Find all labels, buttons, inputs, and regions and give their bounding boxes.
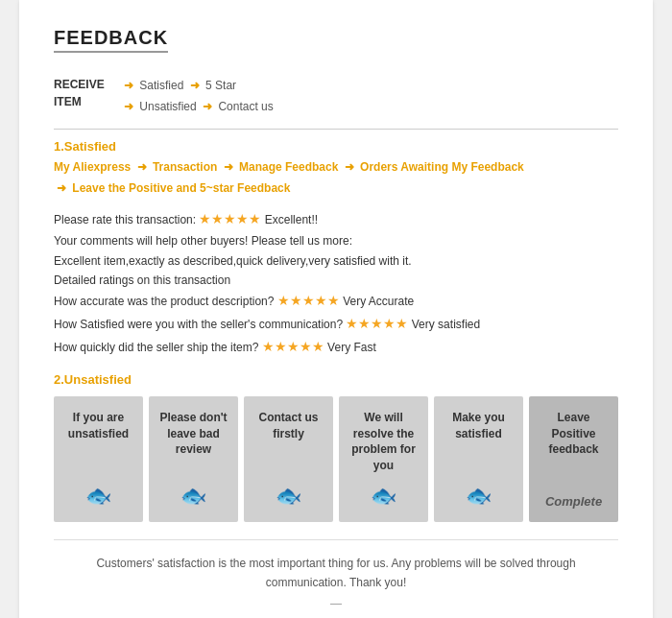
footer-line-1: Customers' satisfaction is the most impo… <box>96 557 575 589</box>
receive-block: RECEIVEITEM ➜ Satisfied ➜ 5 Star ➜ Unsat… <box>54 76 618 117</box>
flow-card-1: If you are unsatisfied 🐟 <box>54 396 143 522</box>
fish-icon-4: 🐟 <box>371 484 396 509</box>
flow-card-2: Please don't leave bad review 🐟 <box>149 396 238 522</box>
stars-1: ★★★★★ <box>199 211 261 226</box>
rating-line-7: How quickly did the seller ship the item… <box>54 336 618 359</box>
fish-icon-1: 🐟 <box>85 484 111 509</box>
nav-transaction[interactable]: Transaction <box>153 160 217 174</box>
arrow-3: ➜ <box>124 100 133 113</box>
rating-block: Please rate this transaction: ★★★★★ Exce… <box>54 208 618 358</box>
section-1: 1.Satisfied My Aliexpress ➜ Transaction … <box>54 139 618 359</box>
flow-container: If you are unsatisfied 🐟 Please don't le… <box>54 396 618 522</box>
fish-icon-3: 🐟 <box>276 484 301 509</box>
rating-line-5: How accurate was the product description… <box>54 290 618 313</box>
arrow-2: ➜ <box>190 79 200 92</box>
satisfied-label: Satisfied <box>139 79 183 92</box>
five-star-label: 5 Star <box>205 79 236 92</box>
flow-card-1-text: If you are unsatisfied <box>61 410 135 474</box>
title-section: FEEDBACK <box>54 27 618 62</box>
nav-arrow-4: ➜ <box>57 181 66 195</box>
stars-3: ★★★★★ <box>346 316 408 331</box>
footer-divider: — <box>54 597 618 610</box>
stars-4: ★★★★★ <box>262 339 324 354</box>
nav-my-aliexpress[interactable]: My Aliexpress <box>54 160 131 174</box>
fish-icon-2: 🐟 <box>180 484 206 509</box>
section-2: 2.Unsatisfied If you are unsatisfied 🐟 P… <box>54 372 618 522</box>
nav-orders-awaiting[interactable]: Orders Awaiting My Feedback <box>360 160 524 174</box>
section-1-label: 1.Satisfied <box>54 139 618 154</box>
receive-label: RECEIVEITEM <box>54 76 121 110</box>
flow-card-6-text: Leave Positive feedback <box>537 410 611 485</box>
nav-leave-positive[interactable]: Leave the Positive and 5~star Feedback <box>72 181 290 195</box>
complete-label: Complete <box>545 494 602 509</box>
section-2-label: 2.Unsatisfied <box>54 372 618 387</box>
receive-steps: ➜ Satisfied ➜ 5 Star ➜ Unsatisfied ➜ Con… <box>121 76 274 117</box>
rating-line-3: Excellent item,exactly as described,quic… <box>54 251 618 271</box>
flow-card-5: Make you satisfied 🐟 <box>434 396 523 522</box>
nav-arrow-1: ➜ <box>137 160 147 174</box>
page-container: FEEDBACK RECEIVEITEM ➜ Satisfied ➜ 5 Sta… <box>19 0 653 618</box>
stars-2: ★★★★★ <box>277 293 340 308</box>
nav-arrow-2: ➜ <box>224 160 233 174</box>
step-satisfied: ➜ Satisfied ➜ 5 Star <box>121 76 274 97</box>
fish-icon-5: 🐟 <box>466 484 492 509</box>
rating-line-2: Your comments will help other buyers! Pl… <box>54 231 618 250</box>
footer-text: Customers' satisfaction is the most impo… <box>54 539 618 593</box>
arrow-1: ➜ <box>124 79 133 92</box>
nav-path: My Aliexpress ➜ Transaction ➜ Manage Fee… <box>54 157 618 199</box>
divider <box>54 129 618 130</box>
arrow-4: ➜ <box>203 100 212 113</box>
flow-card-2-text: Please don't leave bad review <box>156 410 230 474</box>
flow-card-5-text: Make you satisfied <box>442 410 516 474</box>
rating-line-4: Detailed ratings on this transaction <box>54 271 618 290</box>
flow-card-4: We will resolve the problem for you 🐟 <box>339 396 428 522</box>
flow-card-6: Leave Positive feedback Complete <box>529 396 618 522</box>
rating-line-1: Please rate this transaction: ★★★★★ Exce… <box>54 208 618 231</box>
page-title: FEEDBACK <box>54 27 168 53</box>
flow-card-3: Contact us firstly 🐟 <box>244 396 333 522</box>
flow-card-4-text: We will resolve the problem for you <box>347 410 420 474</box>
step-unsatisfied: ➜ Unsatisfied ➜ Contact us <box>121 97 274 118</box>
rating-line-6: How Satisfied were you with the seller's… <box>54 313 618 336</box>
nav-arrow-3: ➜ <box>345 160 354 174</box>
flow-card-3-text: Contact us firstly <box>252 410 325 474</box>
nav-manage-feedback[interactable]: Manage Feedback <box>239 160 338 174</box>
unsatisfied-label: Unsatisfied <box>139 100 196 113</box>
contact-us-label: Contact us <box>218 100 273 113</box>
